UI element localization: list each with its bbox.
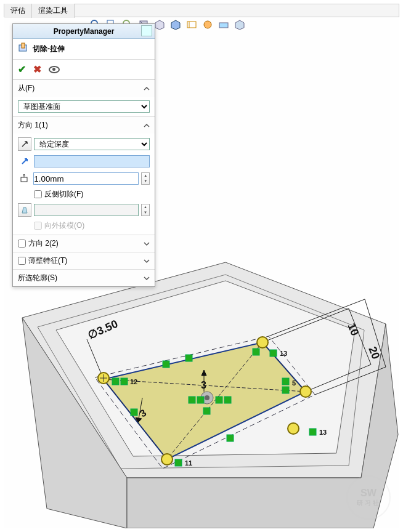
- svg-rect-38: [224, 397, 231, 403]
- depth-input[interactable]: [33, 172, 139, 185]
- svg-point-20: [300, 386, 311, 397]
- draft-spinner: ▲▼: [141, 204, 150, 216]
- tab-evaluate[interactable]: 评估: [4, 4, 32, 18]
- tab-render-tools[interactable]: 渲染工具: [32, 4, 75, 18]
- flip-side-checkbox[interactable]: [34, 190, 42, 198]
- svg-text:12: 12: [130, 378, 137, 385]
- reverse-direction-icon[interactable]: [18, 137, 31, 151]
- svg-rect-28: [121, 378, 128, 385]
- svg-rect-41: [227, 435, 234, 441]
- ok-button[interactable]: ✔: [18, 63, 26, 75]
- svg-rect-37: [216, 397, 222, 403]
- svg-rect-42: [175, 459, 182, 466]
- direction-arrow-icon: [18, 155, 31, 168]
- svg-text:13: 13: [280, 350, 287, 357]
- pm-title: PropertyManager: [54, 27, 115, 36]
- svg-rect-32: [270, 350, 277, 357]
- chevron-down-icon: [144, 241, 150, 247]
- svg-point-22: [288, 423, 299, 434]
- svg-rect-34: [282, 387, 289, 393]
- menu-tabs: 评估 渲染工具: [4, 4, 399, 17]
- pm-header: PropertyManager: [13, 24, 155, 39]
- chevron-down-icon: [144, 275, 150, 281]
- apply-scene-icon[interactable]: [218, 19, 229, 30]
- display-style-icon[interactable]: [170, 19, 181, 30]
- section-dir2[interactable]: 方向 2(2): [13, 235, 155, 252]
- draft-outward-checkbox: [34, 222, 42, 230]
- preview-icon[interactable]: [49, 66, 60, 73]
- pin-icon[interactable]: [141, 25, 152, 36]
- svg-rect-43: [309, 429, 316, 435]
- hide-show-icon[interactable]: [186, 19, 197, 30]
- svg-marker-66: [171, 20, 180, 30]
- section-contours[interactable]: 所选轮廓(S): [13, 270, 155, 286]
- svg-rect-29: [163, 361, 169, 368]
- svg-rect-73: [22, 43, 25, 48]
- svg-marker-65: [155, 20, 164, 30]
- svg-rect-27: [112, 378, 119, 385]
- svg-text:13: 13: [319, 429, 327, 436]
- section-dir1[interactable]: 方向 1(1): [13, 117, 155, 134]
- svg-point-21: [161, 454, 173, 465]
- svg-point-26: [205, 395, 210, 400]
- cancel-button[interactable]: ✖: [33, 63, 41, 75]
- section-thin[interactable]: 薄壁特征(T): [13, 252, 155, 269]
- svg-rect-74: [21, 177, 27, 182]
- svg-rect-36: [197, 397, 204, 403]
- chevron-down-icon: [144, 258, 150, 264]
- svg-rect-33: [282, 378, 289, 385]
- flip-side-label: 反侧切除(F): [44, 189, 83, 200]
- svg-point-69: [204, 21, 211, 28]
- chevron-up-icon: [144, 86, 150, 92]
- svg-rect-70: [219, 23, 228, 28]
- svg-point-19: [257, 337, 268, 348]
- svg-text:11: 11: [185, 459, 192, 467]
- draft-outward-label: 向外拔模(O): [44, 220, 84, 231]
- svg-rect-30: [185, 355, 192, 361]
- thin-checkbox[interactable]: [18, 257, 26, 265]
- property-manager-panel: PropertyManager 切除-拉伸 ✔ ✖ 从(F) 草图基准面 方向 …: [12, 23, 155, 287]
- svg-marker-75: [22, 208, 27, 213]
- from-select[interactable]: 草图基准面: [18, 100, 150, 113]
- watermark: SW研习社: [346, 475, 391, 520]
- view-settings-icon[interactable]: [234, 19, 245, 30]
- svg-rect-31: [253, 349, 259, 355]
- svg-rect-67: [187, 22, 196, 28]
- feature-title: 切除-拉伸: [13, 39, 155, 60]
- direction-reference-input[interactable]: [34, 155, 150, 167]
- svg-rect-40: [131, 409, 137, 416]
- depth-icon: [18, 172, 31, 185]
- svg-marker-71: [235, 20, 244, 30]
- svg-rect-39: [203, 408, 210, 414]
- svg-rect-35: [189, 397, 195, 403]
- chevron-up-icon: [144, 123, 150, 129]
- view-orientation-icon[interactable]: [154, 19, 165, 30]
- section-from[interactable]: 从(F): [13, 80, 155, 97]
- svg-text:5: 5: [292, 379, 296, 387]
- end-condition-select[interactable]: 给定深度: [34, 138, 150, 150]
- draft-icon[interactable]: [18, 203, 31, 217]
- edit-appearance-icon[interactable]: [202, 19, 213, 30]
- draft-angle-input: [34, 204, 139, 216]
- depth-spinner[interactable]: ▲▼: [141, 172, 150, 185]
- dir2-checkbox[interactable]: [18, 240, 26, 248]
- cut-extrude-icon: [18, 42, 29, 55]
